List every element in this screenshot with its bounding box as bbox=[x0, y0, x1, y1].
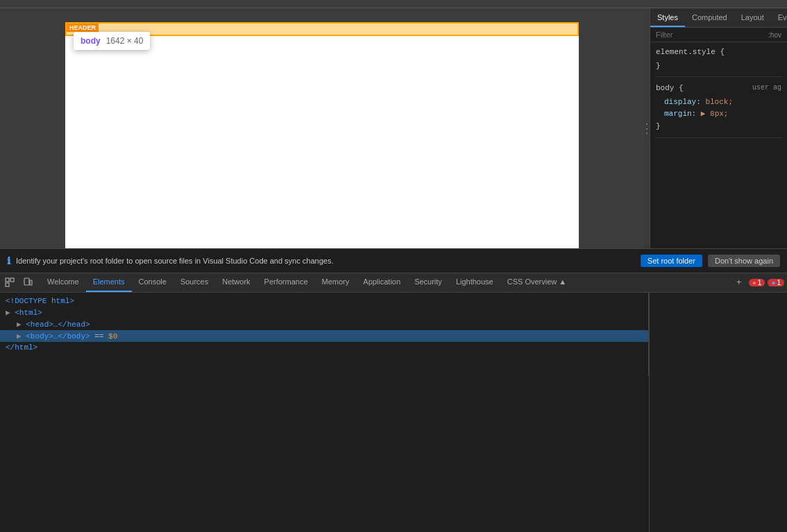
notification-text: Identify your project's root folder to o… bbox=[16, 257, 635, 265]
html-panel: <!DOCTYPE html> ▶ <html> ▶ <head>…</head… bbox=[0, 293, 650, 533]
error-count-2: 1 bbox=[777, 279, 781, 286]
css-close-brace: } bbox=[656, 60, 781, 73]
plus-icon[interactable]: + bbox=[732, 275, 746, 289]
body-tag: <body>…</body> bbox=[26, 332, 90, 341]
css-prop-margin: margin: bbox=[664, 110, 696, 118]
right-panel-tabs: Styles Computed Layout Ev bbox=[650, 8, 787, 28]
tab-security[interactable]: Security bbox=[407, 273, 449, 292]
webpage-preview: HEADER body 1642 × 40 bbox=[65, 22, 579, 248]
error-badge-2[interactable]: ● 1 bbox=[768, 279, 784, 286]
tab-layout[interactable]: Layout bbox=[734, 8, 771, 27]
html-open-tag: <html> bbox=[15, 309, 42, 317]
html-line-html-close[interactable]: </html> bbox=[0, 342, 648, 353]
tab-ev[interactable]: Ev bbox=[771, 8, 787, 27]
devtools-left-icons bbox=[3, 275, 35, 289]
devtools-window: HEADER body 1642 × 40 ⋮ Styles Computed … bbox=[0, 0, 787, 532]
body-tooltip: body 1642 × 40 bbox=[74, 32, 150, 50]
tab-computed[interactable]: Computed bbox=[685, 8, 734, 27]
tab-welcome[interactable]: Welcome bbox=[40, 273, 86, 292]
error-count-1: 1 bbox=[758, 279, 762, 286]
css-selector-element: element.style { bbox=[656, 46, 781, 59]
info-icon: ℹ bbox=[7, 255, 10, 266]
error-dot-2: ● bbox=[771, 279, 775, 286]
css-property-display: display: block; bbox=[656, 96, 781, 109]
inspect-icon[interactable] bbox=[3, 275, 17, 289]
tab-network[interactable]: Network bbox=[215, 273, 257, 292]
notification-bar: ℹ Identify your project's root folder to… bbox=[0, 248, 787, 273]
devtools-bottom: <!DOCTYPE html> ▶ <html> ▶ <head>…</head… bbox=[0, 293, 787, 533]
error-dot-1: ● bbox=[752, 279, 756, 286]
css-val-margin: ▶ 8px; bbox=[701, 110, 729, 118]
svg-rect-0 bbox=[6, 278, 9, 282]
html-line-doctype[interactable]: <!DOCTYPE html> bbox=[0, 295, 648, 307]
middle-section: HEADER body 1642 × 40 ⋮ Styles Computed … bbox=[0, 8, 787, 248]
tab-css-overview[interactable]: CSS Overview ▲ bbox=[500, 273, 573, 292]
css-prop-display: display: bbox=[664, 98, 701, 106]
html-line-body[interactable]: ▶ <body>…</body> == $0 bbox=[0, 330, 648, 342]
filter-hint: :hov bbox=[768, 31, 781, 39]
styles-panel-bottom bbox=[650, 293, 787, 533]
device-mode-icon[interactable] bbox=[21, 275, 35, 289]
css-selector-row: body { user ag bbox=[656, 83, 781, 96]
filter-bar: :hov bbox=[650, 28, 787, 42]
vertical-resize-handle[interactable]: ⋮ bbox=[644, 8, 650, 248]
html-line-html[interactable]: ▶ <html> bbox=[0, 307, 648, 318]
filter-input[interactable] bbox=[656, 31, 768, 39]
svg-rect-4 bbox=[30, 280, 32, 285]
html-inspector: <!DOCTYPE html> ▶ <html> ▶ <head>…</head… bbox=[0, 293, 649, 376]
preview-area: HEADER body 1642 × 40 bbox=[0, 8, 644, 248]
tab-application[interactable]: Application bbox=[356, 273, 407, 292]
css-content: element.style { } body { user ag display… bbox=[650, 42, 787, 148]
css-close-brace-body: } bbox=[656, 121, 781, 133]
tooltip-tag: body bbox=[81, 36, 101, 46]
svg-rect-3 bbox=[24, 278, 29, 285]
tab-styles[interactable]: Styles bbox=[650, 8, 685, 27]
dollar-zero: $0 bbox=[108, 332, 117, 341]
devtools-tabs-bar: Welcome Elements Console Sources Network… bbox=[0, 273, 787, 293]
tab-elements[interactable]: Elements bbox=[86, 273, 132, 292]
set-root-folder-button[interactable]: Set root folder bbox=[641, 255, 702, 267]
right-panel: Styles Computed Layout Ev :hov element.s… bbox=[650, 8, 787, 248]
dont-show-again-button[interactable]: Don't show again bbox=[708, 255, 780, 267]
devtools-right-icons: + ● 1 ● 1 bbox=[732, 275, 784, 289]
html-close-tag: </html> bbox=[6, 343, 37, 352]
tab-sources[interactable]: Sources bbox=[174, 273, 215, 292]
css-selector-body: body { bbox=[656, 83, 684, 95]
error-badge-1[interactable]: ● 1 bbox=[749, 279, 765, 286]
css-val-display: block; bbox=[705, 98, 733, 106]
css-source: user ag bbox=[752, 83, 781, 96]
tab-lighthouse[interactable]: Lighthouse bbox=[449, 273, 500, 292]
svg-rect-2 bbox=[6, 283, 9, 286]
css-selector-text: element.style { bbox=[656, 48, 725, 56]
head-tag: <head>…</head> bbox=[26, 320, 90, 329]
browser-top-bar bbox=[0, 0, 787, 8]
tab-performance[interactable]: Performance bbox=[257, 273, 315, 292]
doctype-tag: <!DOCTYPE html> bbox=[6, 297, 74, 305]
tab-console[interactable]: Console bbox=[132, 273, 174, 292]
tooltip-size: 1642 × 40 bbox=[106, 36, 144, 46]
eq-sign: == bbox=[94, 332, 108, 341]
tab-memory[interactable]: Memory bbox=[315, 273, 357, 292]
header-label: HEADER bbox=[67, 24, 99, 32]
css-block-body: body { user ag display: block; margin: ▶… bbox=[656, 83, 781, 137]
svg-rect-1 bbox=[10, 278, 14, 282]
html-line-head[interactable]: ▶ <head>…</head> bbox=[0, 318, 648, 330]
css-block-element-style: element.style { } bbox=[656, 46, 781, 77]
css-property-margin: margin: ▶ 8px; bbox=[656, 108, 781, 121]
